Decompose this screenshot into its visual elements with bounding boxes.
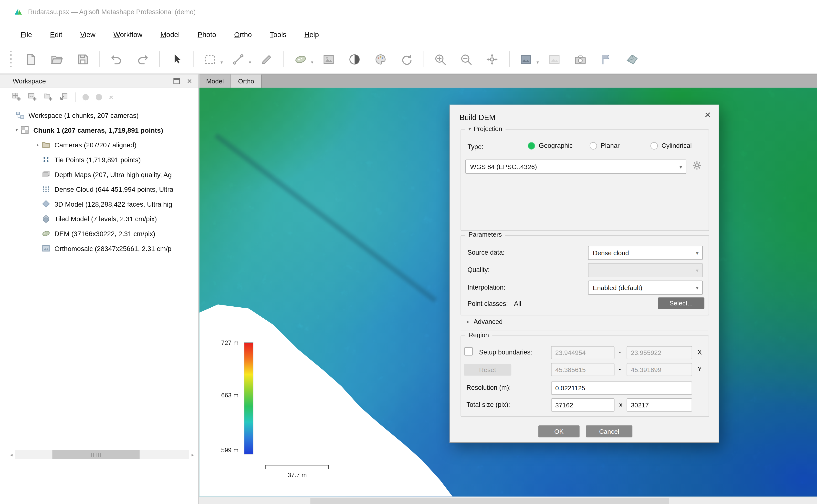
workspace-icon <box>16 111 24 120</box>
draw-marker-button[interactable] <box>257 49 277 69</box>
total-size-label: Total size (pix): <box>466 401 510 409</box>
model-icon <box>42 200 50 208</box>
type-label: Type: <box>467 143 483 151</box>
toolbar-grip-handle[interactable] <box>10 51 12 68</box>
boundary-y-max-input[interactable] <box>627 363 692 376</box>
menu-workflow[interactable]: Workflow <box>104 27 151 41</box>
tree-item-orthomosaic[interactable]: Orthomosaic (28347x25661, 2.31 cm/p <box>0 241 198 256</box>
menu-photo[interactable]: Photo <box>189 27 225 41</box>
setup-boundaries-checkbox[interactable] <box>464 347 473 356</box>
camera-icon <box>573 52 587 66</box>
toolbar-separator <box>509 51 510 67</box>
add-photos-button[interactable] <box>28 92 37 103</box>
reset-view-button[interactable] <box>482 49 502 69</box>
select-classes-button[interactable]: Select... <box>658 297 705 309</box>
resolution-input[interactable] <box>551 382 692 395</box>
tab-ortho[interactable]: Ortho <box>231 74 262 88</box>
view-horizontal-scrollbar[interactable] <box>199 497 817 504</box>
scrollbar-thumb[interactable] <box>52 450 139 459</box>
source-data-dropdown[interactable]: Dense cloud ▾ <box>588 246 703 260</box>
remove-item-button[interactable]: × <box>109 93 113 101</box>
boundary-x-max-input[interactable] <box>627 346 692 359</box>
chevron-down-icon[interactable]: ▾ <box>249 60 251 65</box>
add-folder-button[interactable] <box>43 92 52 103</box>
ruler-button[interactable] <box>228 49 248 69</box>
menu-model[interactable]: Model <box>151 27 189 41</box>
enable-cameras-button[interactable] <box>82 94 89 100</box>
chevron-down-icon[interactable]: ▾ <box>536 60 539 65</box>
scroll-right-icon[interactable]: ▸ <box>189 452 196 457</box>
scrollbar-thumb[interactable] <box>311 498 669 504</box>
cancel-button[interactable]: Cancel <box>586 425 633 437</box>
tree-item-tie-points[interactable]: Tie Points (1,719,891 points) <box>0 152 198 167</box>
boundary-x-min-input[interactable] <box>551 346 615 359</box>
crs-dropdown[interactable]: WGS 84 (EPSG::4326) ▾ <box>465 160 686 174</box>
tree-item-chunk[interactable]: ▾ Chunk 1 (207 cameras, 1,719,891 points… <box>0 122 198 137</box>
radio-planar[interactable]: Planar <box>590 142 620 150</box>
undo-button[interactable] <box>106 49 126 69</box>
menu-file[interactable]: File <box>12 27 41 41</box>
tab-model[interactable]: Model <box>199 74 231 88</box>
ok-button[interactable]: OK <box>538 425 580 437</box>
menu-help[interactable]: Help <box>296 27 328 41</box>
parameters-group-label: Parameters <box>469 231 502 238</box>
open-project-button[interactable] <box>47 49 67 69</box>
contrast-button[interactable] <box>345 49 365 69</box>
window-title: Rudarasu.psx — Agisoft Metashape Profess… <box>28 8 196 16</box>
navigation-button[interactable] <box>166 49 186 69</box>
viewport: Model Ortho 727 m 663 m 599 m 37.7 m <box>199 74 817 504</box>
menu-edit[interactable]: Edit <box>41 27 71 41</box>
tree-item-dem[interactable]: DEM (37166x30222, 2.31 cm/pix) <box>0 226 198 241</box>
redo-button[interactable] <box>132 49 152 69</box>
chevron-down-icon[interactable]: ▾ <box>311 60 314 65</box>
radio-cylindrical[interactable]: Cylindrical <box>651 142 692 150</box>
float-panel-icon[interactable] <box>173 78 180 84</box>
close-icon[interactable]: × <box>705 109 711 120</box>
scrollbar-track[interactable] <box>15 450 189 459</box>
menu-ortho[interactable]: Ortho <box>225 27 261 41</box>
thumbnail-button[interactable] <box>544 49 564 69</box>
collapse-caret-icon[interactable]: ▾ <box>13 127 20 133</box>
interpolation-value: Enabled (default) <box>593 284 643 291</box>
tree-item-dense-cloud[interactable]: Dense Cloud (644,451,994 points, Ultra <box>0 182 198 197</box>
rectangle-selection-button[interactable] <box>200 49 220 69</box>
total-height-input[interactable] <box>627 398 692 412</box>
dem-view-button[interactable] <box>290 49 310 69</box>
scroll-left-icon[interactable]: ◂ <box>7 452 15 457</box>
close-panel-icon[interactable]: × <box>187 77 192 85</box>
rotate-view-button[interactable] <box>396 49 416 69</box>
shapes-tool-button[interactable] <box>622 49 642 69</box>
tree-item-3d-model[interactable]: 3D Model (128,288,422 faces, Ultra hig <box>0 197 198 212</box>
expand-caret-icon[interactable]: ▸ <box>34 142 42 148</box>
expand-icon: ▸ <box>467 319 469 324</box>
boundary-y-min-input[interactable] <box>551 363 615 376</box>
save-button[interactable] <box>72 49 92 69</box>
add-chunk-button[interactable] <box>12 92 21 103</box>
tree-item-cameras[interactable]: ▸ Cameras (207/207 aligned) <box>0 137 198 152</box>
palette-button[interactable] <box>370 49 390 69</box>
contrast-icon <box>348 52 361 66</box>
menu-tools[interactable]: Tools <box>261 27 295 41</box>
zoom-in-button[interactable] <box>430 49 450 69</box>
tree-item-workspace[interactable]: Workspace (1 chunks, 207 cameras) <box>0 108 198 123</box>
reset-button[interactable]: Reset <box>464 364 511 376</box>
advanced-section[interactable]: ▸ Advanced <box>467 318 503 325</box>
crs-settings-icon[interactable] <box>692 161 702 171</box>
total-width-input[interactable] <box>551 398 615 412</box>
chevron-down-icon[interactable]: ▾ <box>221 60 223 65</box>
tree-item-tiled-model[interactable]: Tiled Model (7 levels, 2.31 cm/pix) <box>0 211 198 226</box>
zoom-out-button[interactable] <box>456 49 476 69</box>
import-button[interactable] <box>59 92 68 103</box>
image-view-button[interactable] <box>319 49 339 69</box>
capture-view-button[interactable] <box>570 49 590 69</box>
interpolation-dropdown[interactable]: Enabled (default) ▾ <box>588 281 703 295</box>
radio-geographic[interactable]: Geographic <box>528 142 572 150</box>
new-document-button[interactable] <box>20 49 40 69</box>
menu-view[interactable]: View <box>71 27 104 41</box>
x-axis-label: X <box>698 348 702 357</box>
orthomosaic-view-button[interactable] <box>516 49 536 69</box>
collapse-icon[interactable]: ▾ <box>469 126 471 132</box>
tree-item-depth-maps[interactable]: Depth Maps (207, Ultra high quality, Ag <box>0 167 198 182</box>
flag-tool-button[interactable] <box>596 49 616 69</box>
disable-cameras-button[interactable] <box>96 94 102 100</box>
